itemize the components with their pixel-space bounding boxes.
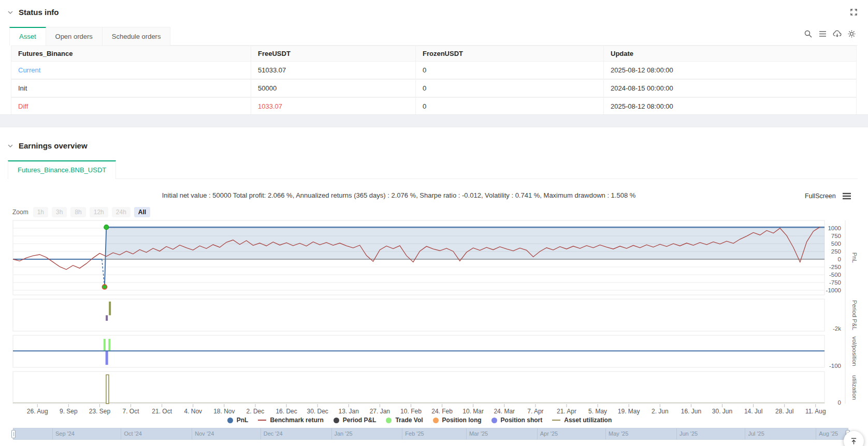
x-tick-label: 4. Nov	[184, 408, 202, 415]
trade-vol-bar	[104, 339, 106, 351]
pnl-ytick-label: -250	[829, 264, 841, 270]
x-tick-label: 9. Sep	[60, 408, 78, 415]
ytick-label-panel-1: -2k	[833, 325, 841, 332]
panel-frame-3	[13, 371, 824, 404]
x-tick-label: 24. Feb	[431, 408, 453, 415]
navigator-month-label: Jan '25	[335, 430, 353, 437]
navigator-month-label: Jun '25	[679, 430, 698, 437]
legend-item-benchmark-return[interactable]: Benchmark return	[258, 417, 323, 424]
legend-item-trade-vol[interactable]: Trade Vol	[386, 417, 423, 424]
pnl-ytick-label: 500	[831, 241, 841, 247]
navigator-month-divider	[331, 428, 332, 439]
navigator-left-handle[interactable]	[11, 430, 16, 438]
navigator-month-label: Dec '24	[264, 430, 283, 437]
x-tick-label: 10. Mar	[462, 408, 484, 415]
legend-label: Position long	[442, 417, 482, 424]
period-pnl-bar	[109, 302, 111, 315]
axis-name-3: utilization	[851, 375, 858, 400]
trade-vol-bar	[108, 339, 110, 351]
x-tick-label: 7. Apr	[527, 408, 543, 415]
legend-circle-symbol	[433, 418, 439, 423]
legend-label: PnL	[237, 417, 249, 424]
legend-label: Benchmark return	[270, 417, 323, 424]
navigator-month-label: Jul '25	[748, 430, 764, 437]
legend-circle-symbol	[334, 418, 339, 423]
axis-name-2: vol/position	[851, 336, 858, 366]
navigator-month-label: Oct '24	[124, 430, 142, 437]
navigator-month-divider	[605, 428, 606, 439]
legend-label: Position short	[501, 417, 543, 424]
x-tick-label: 24. Mar	[494, 408, 515, 415]
legend-item-period-p-l[interactable]: Period P&L	[334, 417, 377, 424]
x-tick-label: 21. Apr	[557, 408, 576, 415]
earnings-chart[interactable]: 10007505002500-250-500-750-1000-2k-1000P…	[0, 0, 868, 446]
x-tick-label: 19. May	[618, 408, 640, 415]
x-tick-label: 23. Sep	[89, 408, 111, 415]
ytick-label-panel-3: 0	[838, 399, 841, 406]
navigator-month-divider	[52, 428, 53, 439]
x-tick-label: 18. Nov	[213, 408, 235, 415]
x-tick-label: 21. Oct	[152, 408, 172, 415]
navigator-month-divider	[676, 428, 677, 439]
navigator-month-divider	[466, 428, 467, 439]
navigator-month-divider	[537, 428, 538, 439]
trading-dashboard: Status info Asset Open orders Schedule o…	[0, 0, 868, 446]
pnl-ytick-label: -1000	[826, 287, 841, 293]
ytick-label-panel-2: -100	[829, 363, 841, 369]
legend-label: Asset utilization	[564, 417, 612, 424]
position-short-bar	[106, 351, 108, 365]
panel-frame-1	[13, 299, 824, 331]
legend-item-position-long[interactable]: Position long	[433, 417, 482, 424]
tab-futures-binance-bnb-usdt[interactable]: Futures_Binance.BNB_USDT	[8, 160, 116, 179]
navigator-month-divider	[816, 428, 816, 439]
x-tick-label: 30. Dec	[307, 408, 328, 415]
legend-label: Period P&L	[343, 417, 377, 424]
x-tick-label: 7. Oct	[123, 408, 140, 415]
chart-navigator[interactable]: Sep '24Oct '24Nov '24Dec '24Jan '25Feb '…	[13, 428, 848, 440]
x-tick-label: 27. Jan	[370, 408, 390, 415]
legend-item-pnl[interactable]: PnL	[227, 417, 249, 424]
x-tick-label: 30. Jun	[712, 408, 732, 415]
pnl-ytick-label: 750	[831, 233, 841, 239]
pnl-ytick-label: 0	[838, 256, 841, 262]
navigator-month-divider	[402, 428, 402, 439]
navigator-month-label: Feb '25	[405, 430, 424, 437]
legend-line-symbol	[552, 420, 560, 421]
pnl-ytick-label: 250	[831, 248, 841, 255]
legend-circle-symbol	[386, 418, 392, 423]
x-tick-label: 14. Jul	[744, 408, 762, 415]
axis-name-0: PnL	[851, 252, 858, 263]
axis-name-1: Period P&L	[851, 300, 858, 331]
legend-item-asset-utilization[interactable]: Asset utilization	[552, 417, 612, 424]
x-tick-label: 2. Jun	[652, 408, 669, 415]
navigator-month-label: May '25	[609, 430, 628, 437]
tab-asset[interactable]: Asset	[9, 27, 46, 46]
legend-line-symbol	[258, 420, 266, 421]
navigator-month-label: Apr '25	[540, 430, 558, 437]
x-tick-label: 5. May	[588, 408, 607, 415]
navigator-month-divider	[121, 428, 121, 439]
arrow-up-icon	[850, 437, 858, 445]
legend-item-position-short[interactable]: Position short	[491, 417, 543, 424]
pnl-ytick-label: -500	[829, 272, 841, 278]
navigator-month-label: Aug '25	[819, 430, 838, 437]
navigator-month-label: Sep '24	[55, 430, 75, 437]
legend-circle-symbol	[491, 418, 497, 423]
navigator-month-divider	[261, 428, 261, 439]
navigator-month-label: Mar '25	[469, 430, 488, 437]
x-tick-label: 26. Aug	[27, 408, 48, 415]
navigator-month-label: Nov '24	[195, 430, 214, 437]
navigator-month-divider	[745, 428, 745, 439]
pnl-max-marker	[104, 225, 109, 230]
legend-label: Trade Vol	[395, 417, 423, 424]
x-tick-label: 10. Feb	[400, 408, 422, 415]
navigator-month-divider	[192, 428, 192, 439]
chart-legend: PnLBenchmark returnPeriod P&LTrade VolPo…	[0, 417, 839, 424]
x-tick-label: 13. Jan	[339, 408, 359, 415]
period-pnl-bar	[106, 315, 108, 321]
x-tick-label: 16. Dec	[276, 408, 297, 415]
pnl-ytick-label: 1000	[828, 225, 841, 231]
legend-circle-symbol	[227, 418, 233, 423]
pnl-min-marker	[102, 285, 107, 289]
x-tick-label: 16. Jun	[681, 408, 701, 415]
